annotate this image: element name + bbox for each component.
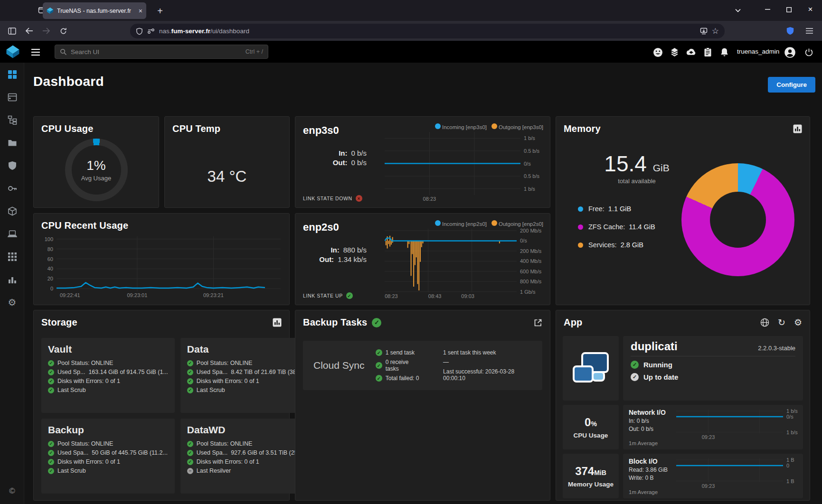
- url-text: nas.fum-server.fr/ui/dashboard: [159, 28, 696, 35]
- pool-disks-line: ✓Disks with Errors: 0 of 1: [187, 458, 308, 465]
- sidebar-item-credentials[interactable]: [0, 180, 24, 196]
- sidebar-item-storage[interactable]: [0, 89, 24, 105]
- jobs-clipboard-icon[interactable]: [701, 47, 714, 58]
- zfs-cache-dot: [578, 224, 583, 230]
- storage-reports-icon[interactable]: [273, 318, 282, 327]
- incoming-dot: [435, 123, 441, 129]
- network-io-chart: 1 b/s0/s1 b/s09:23: [676, 409, 800, 441]
- backup-tasks-title: Backup Tasks: [303, 317, 367, 328]
- sidebar-item-virtualization[interactable]: [0, 203, 24, 219]
- back-icon[interactable]: [22, 24, 36, 37]
- app-settings-gear-icon[interactable]: ⚙: [794, 317, 802, 328]
- memory-reports-icon[interactable]: [793, 124, 802, 133]
- check-icon: ✓: [376, 349, 382, 356]
- window-close-button[interactable]: ×: [800, 0, 821, 19]
- sidebar-item-reporting[interactable]: [0, 271, 24, 288]
- memory-total-value: 15.4: [604, 151, 647, 176]
- pool-name: Vault: [48, 344, 168, 355]
- sidebar-item-system-settings[interactable]: ⚙: [0, 294, 24, 310]
- search-input[interactable]: [71, 48, 242, 56]
- username[interactable]: truenas_admin: [737, 48, 779, 55]
- app-menu-hamburger-icon[interactable]: [29, 47, 42, 58]
- sidebar-item-containers[interactable]: [0, 226, 24, 242]
- app-name: duplicati: [631, 340, 758, 353]
- cpu-usage-gauge: 1% Avg Usage: [65, 139, 128, 201]
- url-bar[interactable]: nas.fum-server.fr/ui/dashboard ☆: [130, 24, 725, 38]
- forward-icon[interactable]: [39, 24, 53, 37]
- pool-data[interactable]: Data ✓Pool Status: ONLINE ✓Used Spa...8.…: [180, 338, 314, 413]
- truenas-favicon: [47, 7, 54, 14]
- sidebar-item-dashboard[interactable]: [0, 66, 24, 83]
- block-io-avg: 1m Average: [629, 489, 658, 495]
- truecommand-cloud-icon[interactable]: [685, 47, 697, 58]
- pool-vault[interactable]: Vault ✓Pool Status: ONLINE ✓Used Sp...16…: [41, 338, 175, 413]
- in-value: 0 b/s: [351, 149, 367, 157]
- pool-last-line: −Last Resilver: [187, 467, 308, 474]
- tab-list-chevron-icon[interactable]: [727, 1, 748, 20]
- interface-enp2s0-card: enp2s0 In:880 b/s Out:1.34 kb/s LINK STA…: [295, 213, 550, 305]
- free-dot: [578, 206, 583, 212]
- cpu-temp-card: CPU Temp 34 °C: [164, 116, 290, 208]
- check-icon: ✓: [376, 375, 382, 382]
- cpu-recent-usage-card: CPU Recent Usage 10080604020009:22:4109:…: [33, 213, 290, 305]
- browser-tab[interactable]: TrueNAS - nas.fum-server.fr ×: [43, 2, 146, 19]
- user-avatar[interactable]: [784, 47, 796, 58]
- feedback-smiley-icon[interactable]: [652, 47, 664, 58]
- tracking-protection-shield-icon[interactable]: [136, 28, 143, 35]
- pool-datawd[interactable]: DataWD ✓Pool Status: ONLINE ✓Used Spa...…: [180, 419, 314, 494]
- dashboard-main: Dashboard Configure CPU Usage 1% Avg Usa…: [24, 63, 822, 504]
- reload-icon[interactable]: [56, 24, 70, 37]
- tab-close-icon[interactable]: ×: [139, 7, 142, 15]
- pool-name: Backup: [48, 424, 168, 436]
- truenas-top-bar: Ctrl + / truenas_admin: [0, 41, 822, 63]
- memory-total-block: 15.4 GiB total available: [570, 151, 703, 185]
- app-card: App ↻ ⚙ duplicati 2.2.0.3-stable ✓Runnin…: [556, 310, 810, 501]
- sidebar-item-data-protection[interactable]: [0, 158, 24, 174]
- window-maximize-button[interactable]: [778, 0, 800, 19]
- web-portal-globe-icon[interactable]: [760, 318, 769, 327]
- menu-hamburger-icon[interactable]: [802, 24, 816, 37]
- sidebar-item-shares[interactable]: [0, 135, 24, 151]
- outgoing-dot: [491, 220, 497, 226]
- sidebar-item-datasets[interactable]: [0, 112, 24, 128]
- adblock-extension-icon[interactable]: [783, 24, 797, 37]
- pool-disks-line: ✓Disks with Errors: 0 of 1: [48, 378, 168, 384]
- search-box[interactable]: Ctrl + /: [55, 45, 268, 59]
- sidebar-item-apps[interactable]: [0, 249, 24, 265]
- window-minimize-button[interactable]: [757, 0, 778, 19]
- save-page-icon[interactable]: [700, 28, 708, 35]
- restart-app-icon[interactable]: ↻: [778, 317, 785, 328]
- memory-total-unit: GiB: [653, 162, 670, 173]
- power-icon[interactable]: [803, 47, 815, 58]
- in-label: In:: [331, 246, 339, 254]
- configure-button[interactable]: Configure: [768, 77, 815, 93]
- pool-status-line: ✓Pool Status: ONLINE: [187, 440, 308, 447]
- pool-disks-line: ✓Disks with Errors: 0 of 1: [187, 378, 308, 384]
- cpu-usage-sublabel: Avg Usage: [81, 175, 111, 182]
- site-permissions-icon[interactable]: [147, 28, 155, 35]
- legend-outgoing: Outgoing [enp2s0]: [491, 220, 543, 227]
- bookmark-star-icon[interactable]: ☆: [712, 26, 719, 36]
- interface-enp3s0-card: enp3s0 In:0 b/s Out:0 b/s LINK STATE DOW…: [295, 116, 550, 208]
- pool-status-line: ✓Pool Status: ONLINE: [48, 360, 168, 366]
- interface-name: enp2s0: [303, 221, 380, 233]
- new-tab-button[interactable]: +: [153, 4, 167, 18]
- open-in-new-icon[interactable]: [534, 318, 542, 327]
- ix-systems-layers-icon[interactable]: [668, 47, 680, 58]
- pool-last-line: ✓Last Scrub: [48, 467, 168, 474]
- copyright-icon: ©: [0, 483, 24, 499]
- alerts-bell-icon[interactable]: [718, 47, 730, 58]
- memory-card: Memory 15.4 GiB total available Free:1.1…: [556, 116, 810, 305]
- uptodate-check-icon: ✓: [631, 373, 639, 381]
- in-label: In:: [339, 149, 347, 157]
- enp2s0-traffic-chart: 200 Mb/s0/s200 Mb/s400 Mb/s600 Mb/s800 M…: [385, 228, 543, 300]
- link-state-label: LINK STATE UP: [303, 293, 343, 299]
- cpu-recent-chart: 10080604020009:22:4109:23:0109:23:21: [40, 235, 281, 299]
- block-io-chart: 1 B01 B09:23: [676, 457, 800, 490]
- sidebar-toggle-icon[interactable]: [5, 24, 19, 37]
- cpu-temp-title: CPU Temp: [172, 123, 220, 134]
- app-version: 2.2.0.3-stable: [758, 345, 795, 352]
- app-info-cell: duplicati 2.2.0.3-stable ✓Running ✓Up to…: [623, 336, 803, 401]
- pool-backup[interactable]: Backup ✓Pool Status: ONLINE ✓Used Spa...…: [41, 419, 175, 494]
- memory-title: Memory: [564, 123, 601, 134]
